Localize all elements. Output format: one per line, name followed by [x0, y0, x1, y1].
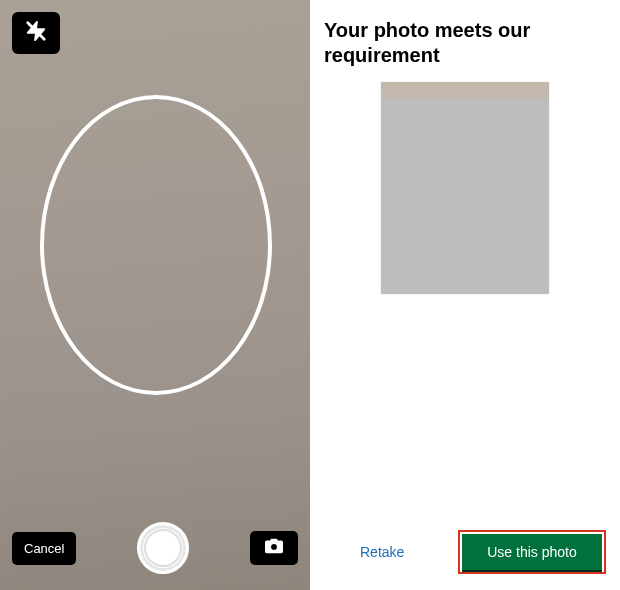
use-photo-highlight: Use this photo [458, 530, 606, 574]
use-photo-button-label: Use this photo [487, 544, 577, 560]
switch-camera-button[interactable] [250, 531, 298, 565]
retake-link-label: Retake [360, 544, 404, 560]
app-container: Cancel Your photo meets our requirement … [0, 0, 620, 590]
camera-icon [263, 537, 285, 559]
flash-off-icon [25, 20, 47, 46]
retake-link[interactable]: Retake [354, 536, 410, 568]
use-photo-button[interactable]: Use this photo [462, 534, 602, 570]
review-action-bar: Retake Use this photo [324, 530, 606, 574]
review-panel: Your photo meets our requirement Retake … [310, 0, 620, 590]
shutter-button[interactable] [137, 522, 189, 574]
camera-panel: Cancel [0, 0, 310, 590]
camera-toolbar: Cancel [0, 518, 310, 578]
cancel-button-label: Cancel [24, 541, 64, 556]
review-heading: Your photo meets our requirement [324, 18, 606, 68]
face-guide-oval [40, 95, 272, 395]
flash-toggle-button[interactable] [12, 12, 60, 54]
svg-point-2 [271, 544, 277, 550]
cancel-button[interactable]: Cancel [12, 532, 76, 565]
photo-preview [381, 82, 549, 294]
photo-preview-wrap [324, 82, 606, 294]
